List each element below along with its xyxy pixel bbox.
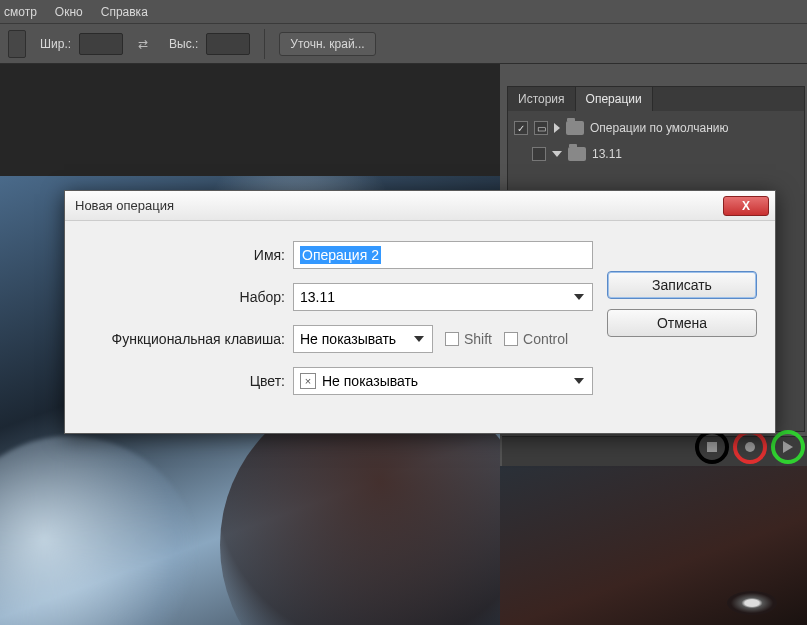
label-color: Цвет: — [83, 373, 293, 389]
cancel-button[interactable]: Отмена — [607, 309, 757, 337]
no-color-icon: × — [300, 373, 316, 389]
highlight-ring-stop — [695, 430, 729, 464]
options-divider — [264, 29, 265, 59]
name-input-value: Операция 2 — [300, 246, 381, 264]
height-label: Выс.: — [169, 37, 198, 51]
menu-bar: смотр Окно Справка — [0, 0, 807, 24]
highlight-ring-record — [733, 430, 767, 464]
menu-help[interactable]: Справка — [101, 5, 148, 19]
new-action-dialog: Новая операция X Имя: Операция 2 Набор: … — [64, 190, 776, 434]
options-bar: Шир.: ⇄ Выс.: Уточн. край... — [0, 24, 807, 64]
stop-icon — [707, 442, 717, 452]
swap-dimensions-icon[interactable]: ⇄ — [135, 36, 151, 52]
play-button[interactable] — [779, 438, 797, 456]
row-color: Цвет: × Не показывать — [83, 367, 757, 395]
control-checkbox-wrap[interactable]: Control — [504, 331, 568, 347]
close-icon: X — [742, 199, 750, 213]
record-icon — [745, 442, 755, 452]
record-button[interactable] — [741, 438, 759, 456]
canvas-decoration — [727, 591, 777, 615]
canvas-decoration — [0, 436, 200, 625]
folder-icon — [568, 147, 586, 161]
document-canvas-lower[interactable] — [500, 466, 807, 625]
chevron-down-icon — [574, 378, 584, 384]
control-checkbox[interactable] — [504, 332, 518, 346]
dialog-button-column: Записать Отмена — [607, 271, 757, 337]
record-action-button[interactable]: Записать — [607, 271, 757, 299]
shift-label: Shift — [464, 331, 492, 347]
stop-button[interactable] — [703, 438, 721, 456]
width-label: Шир.: — [40, 37, 71, 51]
height-input[interactable] — [206, 33, 250, 55]
width-input[interactable] — [79, 33, 123, 55]
label-fnkey: Функциональная клавиша: — [83, 331, 293, 347]
name-input[interactable]: Операция 2 — [293, 241, 593, 269]
color-select[interactable]: × Не показывать — [293, 367, 593, 395]
actions-row-set[interactable]: 13.11 — [508, 141, 804, 167]
set-select[interactable]: 13.11 — [293, 283, 593, 311]
play-icon — [783, 441, 793, 453]
folder-icon — [566, 121, 584, 135]
disclosure-triangle-down-icon[interactable] — [552, 151, 562, 157]
shift-checkbox-wrap[interactable]: Shift — [445, 331, 492, 347]
label-set: Набор: — [83, 289, 293, 305]
close-button[interactable]: X — [723, 196, 769, 216]
control-label: Control — [523, 331, 568, 347]
chevron-down-icon — [574, 294, 584, 300]
label-name: Имя: — [83, 247, 293, 263]
highlight-ring-play — [771, 430, 805, 464]
refine-edge-button[interactable]: Уточн. край... — [279, 32, 375, 56]
set-select-value: 13.11 — [300, 289, 335, 305]
toggle-check-icon[interactable] — [532, 147, 546, 161]
chevron-down-icon — [414, 336, 424, 342]
dialog-titlebar[interactable]: Новая операция X — [65, 191, 775, 221]
actions-row-label: Операции по умолчанию — [590, 121, 729, 135]
dialog-title: Новая операция — [75, 198, 723, 213]
actions-row-label: 13.11 — [592, 147, 622, 161]
menu-view[interactable]: смотр — [4, 5, 37, 19]
tool-preset-well[interactable] — [8, 30, 26, 58]
dialog-body: Имя: Операция 2 Набор: 13.11 Функциональ… — [65, 221, 775, 433]
toggle-dialog-icon[interactable]: ▭ — [534, 121, 548, 135]
tab-history[interactable]: История — [508, 87, 576, 111]
color-select-value: Не показывать — [322, 373, 418, 389]
fnkey-select[interactable]: Не показывать — [293, 325, 433, 353]
row-name: Имя: Операция 2 — [83, 241, 757, 269]
disclosure-triangle-icon[interactable] — [554, 123, 560, 133]
shift-checkbox[interactable] — [445, 332, 459, 346]
panel-tabs: История Операции — [508, 87, 804, 111]
toggle-check-icon[interactable]: ✓ — [514, 121, 528, 135]
actions-footer-buttons — [677, 442, 807, 464]
tab-actions[interactable]: Операции — [576, 87, 653, 111]
actions-row-default[interactable]: ✓ ▭ Операции по умолчанию — [508, 115, 804, 141]
stage-background — [0, 64, 500, 176]
fnkey-select-value: Не показывать — [300, 331, 396, 347]
menu-window[interactable]: Окно — [55, 5, 83, 19]
actions-panel-body: ✓ ▭ Операции по умолчанию 13.11 — [508, 111, 804, 171]
